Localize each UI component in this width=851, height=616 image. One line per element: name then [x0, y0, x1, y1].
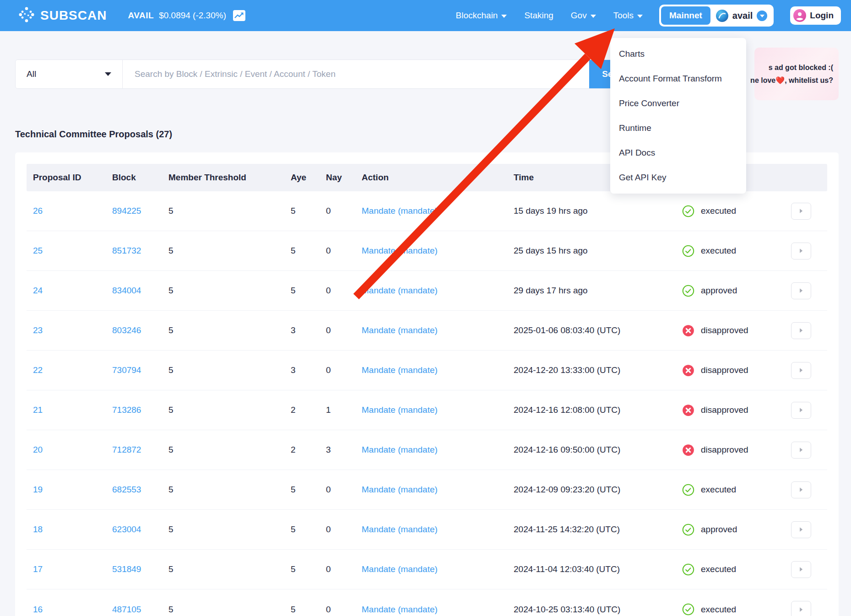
expand-row-button[interactable] [791, 203, 811, 220]
nav-item-gov[interactable]: Gov [571, 11, 596, 21]
search-filter-select[interactable]: All [16, 60, 122, 88]
action-link[interactable]: Mandate (mandate) [362, 485, 514, 495]
chevron-down-icon [501, 15, 507, 18]
row-expand-cell [791, 322, 827, 339]
expand-row-button[interactable] [791, 243, 811, 259]
block-link[interactable]: 623004 [112, 524, 168, 535]
subscan-logo[interactable]: SUBSCAN [18, 6, 107, 25]
status-check-icon [682, 603, 694, 616]
chain-selector[interactable]: avail [716, 10, 772, 22]
status-label: disapproved [701, 445, 748, 455]
proposal-id-link[interactable]: 21 [27, 405, 112, 415]
mainnet-button[interactable]: Mainnet [661, 6, 710, 25]
time-value: 2024-10-25 03:13:40 (UTC) [514, 605, 682, 615]
action-link[interactable]: Mandate (mandate) [362, 605, 514, 615]
proposal-id-link[interactable]: 17 [27, 564, 112, 574]
expand-row-button[interactable] [791, 402, 811, 419]
proposal-id-link[interactable]: 23 [27, 325, 112, 335]
action-link[interactable]: Mandate (mandate) [362, 564, 514, 574]
block-link[interactable]: 894225 [112, 206, 168, 216]
expand-row-button[interactable] [791, 282, 811, 299]
login-button[interactable]: Login [790, 6, 841, 25]
action-link[interactable]: Mandate (mandate) [362, 286, 514, 296]
block-link[interactable]: 487105 [112, 605, 168, 615]
proposal-id-link[interactable]: 24 [27, 286, 112, 296]
row-expand-cell [791, 203, 827, 220]
status-label: executed [701, 206, 736, 216]
expand-row-button[interactable] [791, 601, 811, 616]
action-link[interactable]: Mandate (mandate) [362, 524, 514, 535]
status-label: executed [701, 246, 736, 256]
expand-row-button[interactable] [791, 481, 811, 498]
status-label: disapproved [701, 365, 748, 375]
expand-row-button[interactable] [791, 442, 811, 459]
network-selector: Mainnet avai [659, 5, 774, 27]
nav-item-blockchain[interactable]: Blockchain [456, 11, 507, 21]
nay-count: 0 [326, 246, 362, 256]
menu-item-account-format-transform[interactable]: Account Format Transform [610, 66, 746, 91]
status-badge: executed [682, 484, 791, 496]
table-row: 22730794530Mandate (mandate)2024-12-20 1… [27, 351, 827, 390]
table-body: 26894225550Mandate (mandate)15 days 19 h… [27, 191, 827, 616]
search-input[interactable] [122, 60, 589, 88]
menu-item-get-api-key[interactable]: Get API Key [610, 165, 746, 190]
proposal-id-link[interactable]: 22 [27, 365, 112, 375]
nav-label: Gov [571, 11, 587, 21]
member-threshold-value: 5 [168, 605, 291, 615]
status-badge: executed [682, 205, 791, 217]
chevron-down-icon [637, 15, 643, 18]
menu-item-api-docs[interactable]: API Docs [610, 140, 746, 165]
price-chart-icon[interactable] [233, 10, 245, 21]
expand-row-button[interactable] [791, 521, 811, 538]
action-link[interactable]: Mandate (mandate) [362, 325, 514, 335]
proposal-id-link[interactable]: 18 [27, 524, 112, 535]
time-value: 2024-12-16 12:08:00 (UTC) [514, 405, 682, 415]
status-badge: disapproved [682, 444, 791, 456]
member-threshold-value: 5 [168, 485, 291, 495]
action-link[interactable]: Mandate (mandate) [362, 445, 514, 455]
block-link[interactable]: 803246 [112, 325, 168, 335]
status-badge: executed [682, 245, 791, 257]
proposal-id-link[interactable]: 19 [27, 485, 112, 495]
row-expand-cell [791, 442, 827, 459]
menu-item-charts[interactable]: Charts [610, 42, 746, 66]
block-link[interactable]: 682553 [112, 485, 168, 495]
member-threshold-value: 5 [168, 246, 291, 256]
status-label: approved [701, 286, 737, 296]
proposal-id-link[interactable]: 26 [27, 206, 112, 216]
block-link[interactable]: 712872 [112, 445, 168, 455]
status-check-icon [682, 205, 694, 217]
time-value: 2024-11-04 12:03:40 (UTC) [514, 564, 682, 574]
block-link[interactable]: 713286 [112, 405, 168, 415]
nav-item-tools[interactable]: Tools [613, 11, 643, 21]
block-link[interactable]: 730794 [112, 365, 168, 375]
action-link[interactable]: Mandate (mandate) [362, 246, 514, 256]
action-link[interactable]: Mandate (mandate) [362, 365, 514, 375]
expand-row-button[interactable] [791, 561, 811, 578]
nay-count: 1 [326, 405, 362, 415]
proposal-id-link[interactable]: 16 [27, 605, 112, 615]
time-value: 2024-12-20 13:33:00 (UTC) [514, 365, 682, 375]
member-threshold-value: 5 [168, 206, 291, 216]
block-link[interactable]: 851732 [112, 246, 168, 256]
expand-row-button[interactable] [791, 322, 811, 339]
expand-row-button[interactable] [791, 362, 811, 379]
table-row: 18623004550Mandate (mandate)2024-11-25 1… [27, 510, 827, 550]
subscan-logo-icon [18, 6, 35, 25]
status-cross-icon [682, 364, 694, 377]
status-label: executed [701, 485, 736, 495]
proposal-id-link[interactable]: 20 [27, 445, 112, 455]
action-link[interactable]: Mandate (mandate) [362, 405, 514, 415]
aye-count: 2 [291, 405, 326, 415]
action-link[interactable]: Mandate (mandate) [362, 206, 514, 216]
status-check-icon [682, 524, 694, 536]
proposal-id-link[interactable]: 25 [27, 246, 112, 256]
status-cross-icon [682, 444, 694, 456]
token-price: $0.0894 (-2.30%) [159, 11, 226, 21]
block-link[interactable]: 531849 [112, 564, 168, 574]
nav-item-staking[interactable]: Staking [524, 11, 553, 21]
block-link[interactable]: 834004 [112, 286, 168, 296]
member-threshold-value: 5 [168, 325, 291, 335]
menu-item-runtime[interactable]: Runtime [610, 116, 746, 140]
menu-item-price-converter[interactable]: Price Converter [610, 91, 746, 116]
